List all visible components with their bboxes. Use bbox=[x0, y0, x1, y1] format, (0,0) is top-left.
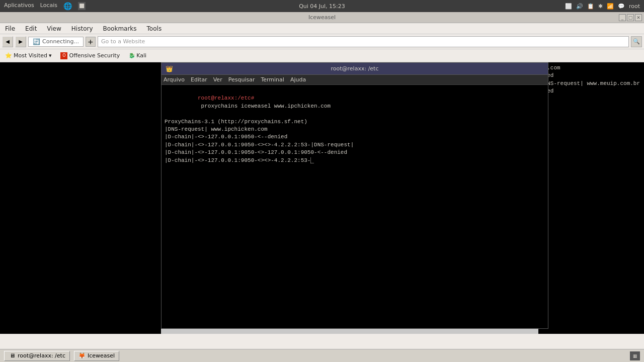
terminal-line-1: root@relaxx:/etc# proxychains iceweasel … bbox=[165, 87, 545, 118]
maximize-button[interactable]: □ bbox=[627, 14, 634, 21]
taskbar-browser[interactable]: 🦊 Iceweasel bbox=[74, 351, 119, 361]
terminal-line-3: |DNS-request| www.ipchicken.com bbox=[165, 126, 545, 133]
browser-menubar: File Edit View History Bookmarks Tools bbox=[0, 23, 644, 34]
status-right: ▦ bbox=[630, 351, 640, 360]
new-tab-button[interactable]: + bbox=[86, 37, 96, 47]
edit-menu[interactable]: Edit bbox=[22, 24, 40, 33]
datetime-label: Qui 04 Jul, 15:23 bbox=[299, 3, 345, 10]
screen-icon: ⬜ bbox=[565, 3, 572, 10]
most-visited-arrow: ▾ bbox=[49, 52, 52, 59]
bg-left-content bbox=[0, 62, 161, 334]
bg-right-line-3: nied bbox=[540, 72, 642, 79]
system-bar-center: Qui 04 Jul, 15:23 bbox=[299, 3, 345, 10]
prompt-1: root@relaxx:/etc# bbox=[198, 95, 254, 101]
terminal-line-7: |D-chain|-<>-127.0.0.1:9050-<><>-4.2.2.2… bbox=[165, 157, 545, 164]
most-visited-icon: ⭐ bbox=[5, 52, 12, 59]
browser-content: en.com nied |DNS-request| www.meuip.com.… bbox=[0, 62, 644, 334]
taskbar-browser-icon: 🦊 bbox=[78, 352, 86, 359]
pesquisar-menu[interactable]: Pesquisar bbox=[228, 76, 255, 83]
bg-right-line-5: nied bbox=[540, 87, 642, 95]
terminal-window: 👑 root@relaxx: /etc Arquivo Editar Ver P… bbox=[161, 62, 548, 329]
address-bar[interactable]: Go to a Website bbox=[98, 36, 629, 47]
terminal-menu[interactable]: Terminal bbox=[261, 76, 284, 83]
taskbar-terminal-label: root@relaxx: /etc bbox=[18, 352, 65, 359]
view-menu[interactable]: View bbox=[44, 24, 64, 33]
terminal-menubar: Arquivo Editar Ver Pesquisar Terminal Aj… bbox=[162, 75, 548, 85]
search-button[interactable]: 🔍 bbox=[631, 36, 642, 47]
ver-menu[interactable]: Ver bbox=[213, 76, 222, 83]
editar-menu[interactable]: Editar bbox=[191, 76, 207, 83]
status-icon: ▦ bbox=[630, 351, 640, 360]
clipboard-icon: 📋 bbox=[587, 3, 594, 10]
taskbar-terminal-icon: 🖥 bbox=[9, 352, 16, 359]
terminal-title-icon: 👑 bbox=[166, 65, 173, 72]
bookmarks-menu[interactable]: Bookmarks bbox=[100, 24, 140, 33]
ajuda-menu[interactable]: Ajuda bbox=[290, 76, 306, 83]
terminal-line-2: ProxyChains-3.1 (http://proxychains.sf.n… bbox=[165, 118, 545, 126]
browser-window: Iceweasel _ □ ✕ File Edit View History B… bbox=[0, 12, 644, 362]
bg-right-content: en.com nied |DNS-request| www.meuip.com.… bbox=[538, 62, 644, 334]
system-bar-right: ⬜ 🔊 📋 ✱ 📶 💬 root bbox=[565, 3, 640, 10]
history-menu[interactable]: History bbox=[68, 24, 96, 33]
offensive-security-bookmark[interactable]: O Offensive Security bbox=[57, 51, 123, 60]
globe-icon: 🌐 bbox=[63, 2, 72, 10]
network-icon: 📶 bbox=[607, 3, 614, 10]
cmd-1: proxychains iceweasel www.ipchicken.com bbox=[198, 103, 331, 109]
terminal-line-4: |D-chain|-<>-127.0.0.1:9050-<--denied bbox=[165, 133, 545, 141]
most-visited-bookmark[interactable]: ⭐ Most Visited ▾ bbox=[2, 51, 54, 60]
forward-button[interactable]: ▶ bbox=[15, 36, 26, 47]
kali-icon: 🐉 bbox=[129, 53, 135, 58]
user-label: root bbox=[629, 3, 640, 10]
minimize-button[interactable]: _ bbox=[619, 14, 626, 21]
chat-icon: 💬 bbox=[618, 3, 625, 10]
browser-title: Iceweasel bbox=[308, 14, 336, 21]
volume-icon: 🔊 bbox=[576, 3, 583, 10]
browser-titlebar: Iceweasel _ □ ✕ bbox=[0, 12, 644, 23]
bookmarks-bar: ⭐ Most Visited ▾ O Offensive Security 🐉 … bbox=[0, 49, 644, 62]
terminal-line-5: |D-chain|-<>-127.0.0.1:9050-<><>-4.2.2.2… bbox=[165, 141, 545, 149]
system-bar: Aplicativos Locais 🌐 ■ Qui 04 Jul, 15:23… bbox=[0, 0, 644, 12]
file-menu[interactable]: File bbox=[2, 24, 18, 33]
kali-label: Kali bbox=[136, 52, 146, 59]
back-button[interactable]: ◀ bbox=[2, 36, 13, 47]
apps-menu[interactable]: Aplicativos bbox=[4, 2, 34, 10]
terminal-line-6: |D-chain|-<>-127.0.0.1:9050-<>-127.0.0.1… bbox=[165, 149, 545, 156]
bg-right-line-4: |DNS-request| www.meuip.com.br bbox=[540, 80, 642, 87]
taskbar-terminal[interactable]: 🖥 root@relaxx: /etc bbox=[4, 351, 70, 361]
bg-right-line-1: en.com bbox=[540, 64, 642, 72]
terminal-title-label: root@relaxx: /etc bbox=[331, 65, 379, 72]
offensive-security-label: Offensive Security bbox=[69, 52, 120, 59]
kali-bookmark[interactable]: 🐉 Kali bbox=[126, 51, 149, 60]
system-bar-left: Aplicativos Locais 🌐 ■ bbox=[4, 2, 86, 10]
browser-toolbar: ◀ ▶ 🔄 Connecting... + Go to a Website 🔍 bbox=[0, 34, 644, 49]
bluetooth-icon: ✱ bbox=[598, 3, 603, 10]
titlebar-buttons: _ □ ✕ bbox=[619, 14, 642, 21]
places-menu[interactable]: Locais bbox=[40, 2, 57, 10]
terminal-content: root@relaxx:/etc# proxychains iceweasel … bbox=[162, 85, 548, 328]
tools-menu[interactable]: Tools bbox=[144, 24, 165, 33]
terminal-icon: ■ bbox=[78, 2, 86, 10]
connecting-status: 🔄 Connecting... bbox=[28, 37, 84, 47]
arquivo-menu[interactable]: Arquivo bbox=[164, 76, 185, 83]
address-placeholder: Go to a Website bbox=[101, 38, 145, 45]
most-visited-label: Most Visited bbox=[14, 52, 47, 59]
offensive-security-icon: O bbox=[60, 52, 67, 59]
taskbar-browser-label: Iceweasel bbox=[88, 352, 115, 359]
terminal-titlebar: 👑 root@relaxx: /etc bbox=[162, 63, 548, 75]
close-button[interactable]: ✕ bbox=[635, 14, 642, 21]
connecting-label: Connecting... bbox=[42, 38, 79, 45]
status-bar: 🖥 root@relaxx: /etc 🦊 Iceweasel ▦ bbox=[0, 349, 644, 362]
connecting-icon: 🔄 bbox=[33, 38, 40, 45]
